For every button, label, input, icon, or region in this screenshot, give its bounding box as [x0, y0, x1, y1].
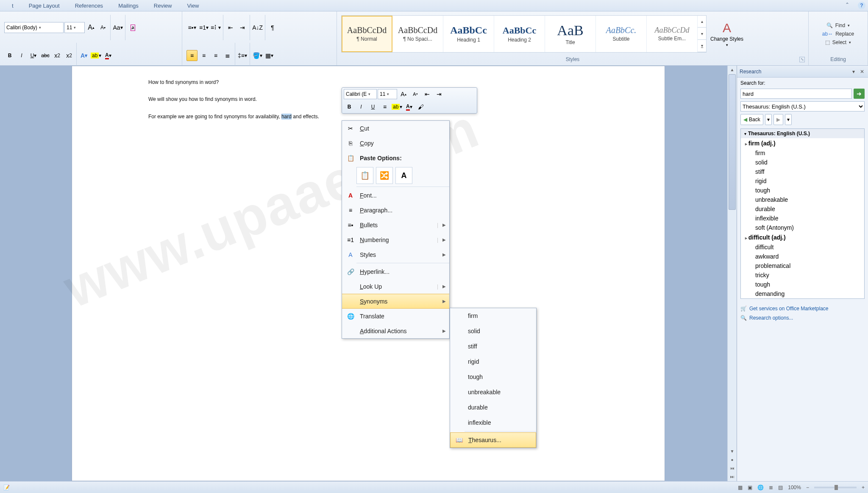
research-back-dropdown[interactable]: ▾ [765, 114, 772, 125]
result-synonym[interactable]: difficult [741, 242, 864, 252]
show-marks-button[interactable]: ¶ [267, 22, 278, 33]
synonym-durable[interactable]: durable [450, 400, 536, 415]
research-search-input[interactable] [740, 89, 852, 99]
paste-keep-source[interactable]: 📋 [356, 167, 373, 184]
tab-references[interactable]: References [67, 1, 111, 11]
ctx-cut[interactable]: ✂Cut [342, 121, 449, 136]
strikethrough-button[interactable]: abc [40, 50, 51, 61]
next-page-button[interactable]: ⏭ [728, 473, 737, 481]
styles-dialog-launcher[interactable]: ⤡ [799, 57, 805, 62]
synonym-solid[interactable]: solid [450, 323, 536, 339]
result-group-difficult[interactable]: difficult (adj.) [741, 232, 864, 242]
marketplace-link[interactable]: 🛒Get services on Office Marketplace [740, 304, 865, 313]
mini-format-painter[interactable]: 🖌 [415, 101, 426, 112]
ctx-numbering[interactable]: ≡1Numbering|▶ [342, 232, 449, 247]
style--normal[interactable]: AaBbCcDd¶ Normal [342, 16, 392, 52]
scroll-up-button[interactable]: ▲ [728, 66, 737, 74]
superscript-button[interactable]: x2 [64, 50, 75, 61]
ctx-additional-actions[interactable]: Additional Actions▶ [342, 323, 449, 338]
style-heading-2[interactable]: AaBbCcHeading 2 [494, 16, 545, 52]
pane-dropdown-button[interactable]: ▾ [850, 69, 857, 75]
text-effects-button[interactable]: A▾ [78, 50, 89, 61]
italic-button[interactable]: I [16, 50, 27, 61]
tab-review[interactable]: Review [146, 1, 180, 11]
shading-button[interactable]: 🪣▾ [252, 50, 263, 61]
research-options-link[interactable]: 🔍Research options... [740, 313, 865, 323]
result-synonym[interactable]: durable [741, 204, 864, 214]
align-center-button[interactable]: ≡ [198, 50, 209, 61]
highlight-button[interactable]: ab▾ [90, 50, 102, 61]
selected-word[interactable]: hard [281, 114, 292, 120]
find-button[interactable]: 🔍Find ▾ [826, 22, 850, 28]
style-subtle-em-[interactable]: AaBbCcDdSubtle Em... [647, 16, 698, 52]
gallery-expand[interactable]: ▾̲ [698, 40, 706, 52]
view-outline[interactable]: ≣ [769, 485, 773, 490]
borders-button[interactable]: ▦▾ [264, 50, 275, 61]
multilevel-list-button[interactable]: ≡⠇▾ [210, 22, 221, 33]
style-subtitle[interactable]: AaBbCc.Subtitle [596, 16, 647, 52]
synonym-stiff[interactable]: stiff [450, 339, 536, 354]
align-right-button[interactable]: ≡ [210, 50, 221, 61]
line-spacing-button[interactable]: ‡≡▾ [237, 50, 248, 61]
style-title[interactable]: AaBTitle [545, 16, 596, 52]
zoom-level[interactable]: 100% [788, 485, 801, 490]
mini-italic[interactable]: I [356, 101, 367, 112]
mini-grow-font[interactable]: A▴ [398, 89, 409, 100]
mini-underline[interactable]: U [367, 101, 378, 112]
synonym-firm[interactable]: firm [450, 308, 536, 323]
help-icon[interactable]: ? [858, 2, 865, 9]
result-synonym[interactable]: soft (Antonym) [741, 223, 864, 232]
research-go-button[interactable]: ➜ [854, 89, 865, 99]
research-forward-button[interactable]: ▶ [773, 114, 783, 125]
grow-font-button[interactable]: A▴ [86, 22, 97, 33]
tab-mailings[interactable]: Mailings [111, 1, 146, 11]
zoom-in-button[interactable]: + [862, 485, 865, 490]
result-synonym[interactable]: inflexible [741, 214, 864, 223]
result-synonym[interactable]: rigid [741, 176, 864, 186]
view-web-layout[interactable]: 🌐 [757, 485, 764, 490]
underline-button[interactable]: U▾ [28, 50, 39, 61]
align-left-button[interactable]: ≡ [186, 50, 198, 61]
mini-highlight[interactable]: ab▾ [391, 101, 403, 112]
numbering-button[interactable]: ≡1▾ [198, 22, 209, 33]
mini-font-color[interactable]: A▾ [403, 101, 415, 112]
paste-merge[interactable]: 🔀 [376, 167, 393, 184]
sort-button[interactable]: A↓Z [252, 22, 263, 33]
result-synonym[interactable]: solid [741, 158, 864, 167]
mini-size-combo[interactable]: 11▾ [378, 89, 397, 99]
pane-close-button[interactable]: ✕ [859, 69, 865, 75]
paste-text-only[interactable]: A [395, 167, 412, 184]
result-synonym[interactable]: demanding [741, 289, 864, 298]
ctx-styles[interactable]: AStyles▶ [342, 247, 449, 262]
result-synonym[interactable]: tough [741, 280, 864, 289]
scroll-thumb[interactable] [729, 74, 736, 210]
result-synonym[interactable]: tough [741, 186, 864, 195]
bullets-button[interactable]: ≡▪▾ [186, 22, 198, 33]
style--no-spaci-[interactable]: AaBbCcDd¶ No Spaci... [392, 16, 443, 52]
result-synonym[interactable]: awkward [741, 252, 864, 261]
results-header[interactable]: ▾ Thesaurus: English (U.S.) [741, 129, 864, 138]
research-back-button[interactable]: ◀Back [740, 114, 763, 125]
result-synonym[interactable]: tricky [741, 270, 864, 280]
research-source-select[interactable]: Thesaurus: English (U.S.) [740, 101, 865, 111]
zoom-slider[interactable] [814, 487, 857, 488]
subscript-button[interactable]: x2 [52, 50, 63, 61]
page[interactable]: www.upaae.com How to find synonyms in wo… [72, 66, 665, 481]
view-print-layout[interactable]: ▦ [738, 485, 743, 490]
object-browser-button[interactable]: ● [728, 456, 737, 464]
synonym-rigid[interactable]: rigid [450, 354, 536, 369]
font-size-combo[interactable]: 11▾ [64, 22, 85, 33]
mini-bold[interactable]: B [344, 101, 355, 112]
result-synonym[interactable]: firm [741, 148, 864, 158]
change-case-button[interactable]: Aa▾ [112, 22, 123, 33]
bold-button[interactable]: B [4, 50, 15, 61]
tab-cutoff[interactable]: t [4, 1, 21, 11]
mini-decrease-indent[interactable]: ⇤ [422, 89, 433, 100]
mini-font-combo[interactable]: Calibri (E▾ [344, 89, 377, 99]
research-forward-dropdown[interactable]: ▾ [785, 114, 792, 125]
ctx-lookup[interactable]: Look Up|▶ [342, 279, 449, 294]
scroll-down-button[interactable]: ▼ [728, 447, 737, 456]
vertical-scrollbar[interactable]: ▲ ▼ ● ⏮ ⏭ [727, 66, 737, 481]
mini-center[interactable]: ≡ [379, 101, 390, 112]
result-group-firm[interactable]: firm (adj.) [741, 138, 864, 148]
